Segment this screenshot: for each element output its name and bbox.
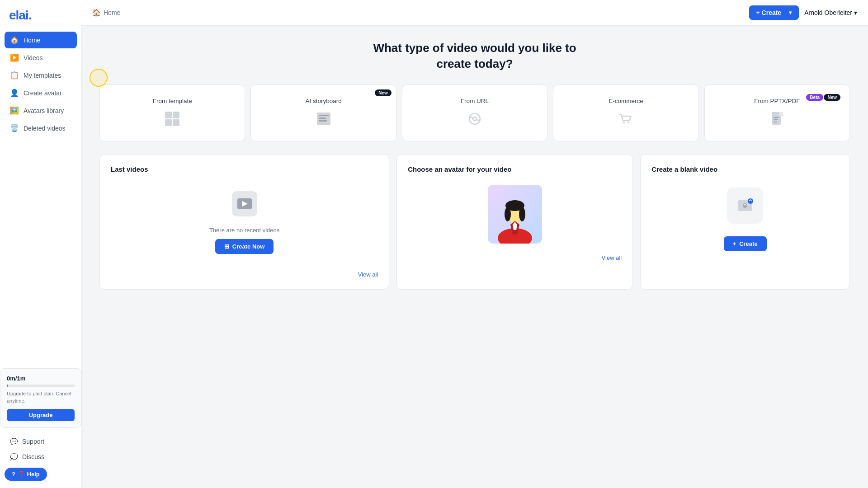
view-all-avatars-link[interactable]: View all: [602, 254, 622, 261]
svg-rect-3: [173, 119, 179, 126]
help-button[interactable]: ? ❓ Help: [5, 468, 47, 481]
my-templates-icon: 📋: [10, 71, 19, 80]
view-all-videos-link[interactable]: View all: [358, 271, 378, 278]
svg-rect-0: [165, 112, 172, 118]
home-icon: 🏠: [10, 36, 19, 44]
last-videos-panel: Last videos There are no recent videos ⊞…: [99, 154, 389, 290]
create-avatar-label: Create avatar: [24, 89, 62, 97]
video-type-from-template[interactable]: From template: [99, 84, 245, 141]
video-type-icon: [164, 111, 180, 130]
last-videos-empty: There are no recent videos ⊞ Create Now: [111, 180, 378, 265]
video-type-label: From template: [153, 98, 192, 104]
sidebar-item-home[interactable]: 🏠Home: [5, 32, 77, 48]
create-avatar-icon: 👤: [10, 89, 19, 97]
content: What type of video would you like tocrea…: [81, 26, 868, 488]
sidebar-nav: 🏠Home▶️Videos📋My templates👤Create avatar…: [0, 30, 81, 368]
blank-create-button[interactable]: + Create: [724, 236, 767, 251]
blank-video-panel: Create a blank video: [640, 154, 850, 290]
svg-rect-15: [774, 122, 777, 122]
sidebar-item-videos[interactable]: ▶️Videos: [5, 49, 77, 66]
svg-rect-14: [774, 119, 778, 120]
usage-bar: [7, 385, 8, 387]
chevron-down-icon: ▾: [785, 9, 792, 16]
support-icon: 💬: [10, 438, 18, 445]
usage-bar-bg: [7, 385, 75, 387]
usage-card: 0m/1m Upgrade to paid plan. Cancel anyti…: [0, 368, 81, 428]
avatars-library-label: Avatars library: [24, 107, 64, 114]
svg-point-10: [627, 122, 629, 123]
help-label: ❓ Help: [18, 471, 40, 478]
svg-point-25: [519, 207, 525, 221]
choose-avatar-title: Choose an avatar for your video: [408, 165, 622, 173]
video-type-from-url[interactable]: From URL: [402, 84, 547, 141]
blank-video-title: Create a blank video: [651, 165, 839, 173]
create-label: + Create: [756, 9, 782, 16]
video-type-ai-storyboard[interactable]: New AI storyboard: [250, 84, 396, 141]
avatars-library-icon: 🖼️: [10, 106, 19, 115]
header-right: + Create ▾ Arnold Oberleiter ▾: [749, 5, 857, 20]
breadcrumb-label: Home: [104, 9, 120, 16]
user-menu[interactable]: Arnold Oberleiter ▾: [804, 9, 857, 16]
svg-rect-12: [779, 112, 783, 116]
main-area: 🏠 Home + Create ▾ Arnold Oberleiter ▾ Wh…: [81, 0, 868, 488]
svg-point-9: [623, 122, 625, 123]
breadcrumb: 🏠 Home: [92, 9, 120, 17]
usage-title: 0m/1m: [7, 375, 75, 382]
svg-point-24: [505, 207, 511, 221]
sidebar: elai. 🏠Home▶️Videos📋My templates👤Create …: [0, 0, 81, 488]
app-logo: elai.: [0, 0, 81, 30]
home-label: Home: [24, 37, 40, 44]
svg-rect-7: [319, 120, 327, 122]
videos-icon: ▶️: [10, 53, 19, 62]
usage-sub: Upgrade to paid plan. Cancel anytime.: [7, 390, 75, 404]
blank-create-plus-icon: +: [733, 240, 736, 247]
avatar-image-container: [408, 180, 622, 248]
video-type-label: AI storyboard: [305, 98, 341, 104]
svg-rect-1: [173, 112, 179, 118]
page-title: What type of video would you like tocrea…: [99, 40, 850, 72]
help-icon: ?: [12, 471, 15, 478]
svg-point-30: [748, 198, 753, 204]
video-type-label: E-commerce: [609, 98, 643, 104]
svg-rect-6: [319, 117, 326, 119]
svg-rect-13: [774, 117, 779, 118]
svg-rect-5: [319, 115, 329, 116]
video-type-label: From URL: [461, 98, 489, 104]
support-label: Support: [22, 438, 44, 445]
new-badge: New: [824, 94, 840, 101]
sidebar-item-deleted-videos[interactable]: 🗑️Deleted videos: [5, 120, 77, 136]
blank-panel-inner: [651, 180, 839, 231]
last-videos-footer: View all: [111, 270, 378, 278]
my-templates-label: My templates: [24, 72, 61, 79]
video-type-from-pptx-pdf[interactable]: BetaNew From PPTX/PDF: [704, 84, 850, 141]
create-button[interactable]: + Create ▾: [749, 5, 799, 20]
avatar-image[interactable]: [488, 185, 542, 244]
deleted-videos-icon: 🗑️: [10, 124, 19, 132]
create-now-button[interactable]: ⊞ Create Now: [215, 239, 274, 254]
create-now-label: Create Now: [232, 243, 265, 250]
sidebar-support: 💬Support💭Discuss: [0, 432, 81, 468]
svg-point-8: [469, 113, 480, 124]
sidebar-item-discuss[interactable]: 💭Discuss: [5, 450, 77, 464]
no-videos-text: There are no recent videos: [209, 227, 279, 234]
videos-label: Videos: [24, 54, 43, 61]
svg-rect-2: [165, 119, 172, 126]
user-name-label: Arnold Oberleiter: [804, 9, 852, 16]
user-chevron-icon: ▾: [854, 9, 857, 16]
discuss-icon: 💭: [10, 453, 18, 460]
sidebar-item-support[interactable]: 💬Support: [5, 434, 77, 449]
upgrade-button[interactable]: Upgrade: [7, 409, 75, 421]
blank-create-container: + Create: [651, 236, 839, 251]
last-videos-title: Last videos: [111, 165, 378, 173]
sidebar-item-my-templates[interactable]: 📋My templates: [5, 67, 77, 84]
video-types-row: From template New AI storyboard From URL…: [99, 84, 850, 141]
blank-create-label: Create: [739, 240, 757, 247]
video-type-e-commerce[interactable]: E-commerce: [553, 84, 698, 141]
bottom-panels: Last videos There are no recent videos ⊞…: [99, 154, 850, 290]
video-type-icon: [769, 111, 785, 130]
create-now-icon: ⊞: [224, 243, 229, 250]
video-empty-icon: [232, 191, 257, 221]
sidebar-item-create-avatar[interactable]: 👤Create avatar: [5, 84, 77, 101]
sidebar-item-avatars-library[interactable]: 🖼️Avatars library: [5, 102, 77, 119]
beta-badge: Beta: [806, 94, 823, 101]
